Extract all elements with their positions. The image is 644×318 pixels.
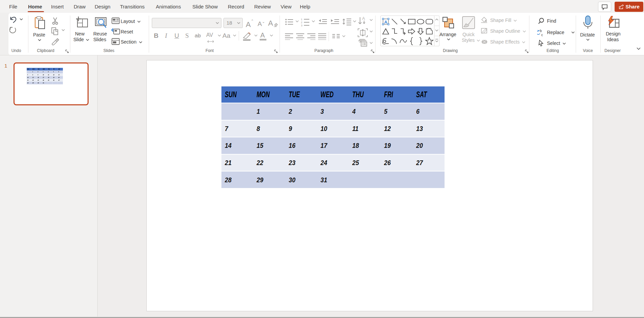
svg-text:2: 2: [301, 21, 303, 24]
svg-text:3: 3: [301, 24, 303, 26]
svg-text:b: b: [540, 29, 542, 33]
svg-text:A: A: [384, 20, 388, 25]
svg-text:1: 1: [301, 18, 303, 21]
svg-text:A: A: [362, 16, 365, 21]
